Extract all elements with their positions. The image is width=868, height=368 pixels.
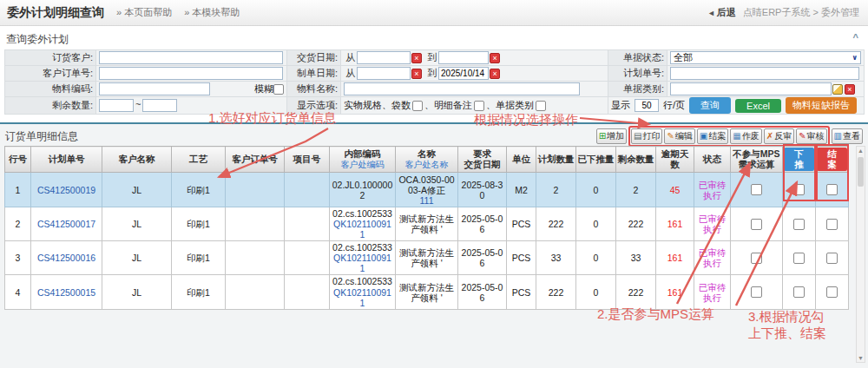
- print-button[interactable]: 打印: [631, 128, 662, 144]
- collapse-icon[interactable]: ^: [853, 32, 858, 43]
- doc-status-select[interactable]: 全部: [670, 51, 861, 64]
- per-page-label: 行/页: [663, 99, 685, 112]
- cell-line-no: 1: [5, 173, 31, 207]
- breadcrumb: 点睛ERP子系统 > 委外管理: [743, 6, 859, 19]
- cell-status: 已审待执行: [694, 207, 731, 241]
- view-button[interactable]: 查看: [832, 128, 863, 144]
- plan-no-link[interactable]: CS412500017: [31, 207, 102, 241]
- clear-date-icon[interactable]: [490, 53, 500, 63]
- table-row[interactable]: 3 CS412500016 JL 印刷1 02.cs.1002533QK1021…: [5, 241, 849, 275]
- material-shortage-button[interactable]: 物料短缺报告: [786, 97, 857, 114]
- mps-checkbox[interactable]: [751, 219, 762, 230]
- cell-customer: JL: [102, 207, 172, 241]
- material-name-cell: [341, 82, 608, 97]
- cell-plan-qty: 222: [536, 207, 576, 241]
- excel-button[interactable]: Excel: [735, 99, 781, 113]
- plan-no-link[interactable]: CS412500019: [31, 173, 102, 207]
- clear-date-icon[interactable]: [411, 69, 422, 79]
- close-header-button[interactable]: 结案: [817, 148, 847, 171]
- scroll-up-icon[interactable]: ▲: [857, 148, 865, 154]
- mps-checkbox[interactable]: [751, 253, 762, 264]
- mps-checkbox[interactable]: [751, 184, 762, 195]
- remain-qty-label: 剩余数量:: [5, 97, 96, 115]
- clear-date-icon[interactable]: [490, 69, 500, 79]
- cell-close: [816, 207, 849, 241]
- back-button[interactable]: ◄后退: [707, 6, 736, 19]
- annotation-mps: 2.是否参与MPS运算: [597, 306, 714, 322]
- make-date-to-input[interactable]: [438, 67, 489, 80]
- plan-no-link[interactable]: CS412500015: [31, 275, 102, 309]
- spec-bags-checkbox[interactable]: [412, 101, 423, 111]
- page-help-link[interactable]: » 本页面帮助: [116, 6, 172, 19]
- void-icon: [733, 132, 740, 141]
- close-checkbox[interactable]: [826, 253, 838, 264]
- col-code: 内部编码客户处编码: [330, 147, 396, 173]
- cell-delivery: 2025-05-06: [458, 275, 507, 309]
- col-process: 工艺: [172, 147, 226, 173]
- scrollbar-thumb[interactable]: [858, 157, 864, 187]
- code-sub-link[interactable]: QK1021100911: [332, 219, 393, 240]
- code-sub-link[interactable]: QK1021100911: [332, 253, 393, 273]
- delivery-date-to-input[interactable]: [438, 51, 489, 64]
- customer-order-no-cell: [96, 66, 287, 82]
- delivery-date-from-input[interactable]: [357, 51, 411, 64]
- void-button[interactable]: 作废: [730, 128, 761, 144]
- cell-pushed-qty: 0: [576, 207, 616, 241]
- cell-process: 印刷1: [172, 173, 226, 207]
- table-row[interactable]: 4 CS412500015 JL 印刷1 02.cs.1002533QK1021…: [5, 275, 849, 309]
- remain-qty-min-input[interactable]: [99, 99, 134, 112]
- close-checkbox[interactable]: [826, 184, 838, 195]
- scroll-down-icon[interactable]: ▼: [857, 355, 865, 361]
- col-mps: 不参与MPS需求运算: [731, 147, 783, 173]
- browse-icon[interactable]: [832, 84, 843, 95]
- clear-category-icon[interactable]: [845, 84, 855, 95]
- cell-unit: M2: [507, 173, 536, 207]
- cell-delivery: 2025-05-06: [458, 207, 507, 241]
- push-checkbox[interactable]: [793, 286, 805, 298]
- table-row[interactable]: 1 CS412500019 JL 印刷1 02.JL0.1000002 OCA.…: [5, 173, 849, 207]
- order-customer-input[interactable]: [99, 51, 283, 64]
- clear-date-icon[interactable]: [411, 53, 422, 63]
- search-button[interactable]: 查询: [689, 97, 731, 114]
- unapprove-button[interactable]: 反审: [764, 128, 794, 144]
- delivery-date-label: 交货日期:: [287, 50, 341, 66]
- cell-overdue: 161: [656, 207, 694, 241]
- unapprove-icon: [766, 132, 773, 141]
- push-header-button[interactable]: 下推: [784, 148, 814, 171]
- material-code-input[interactable]: [99, 82, 210, 95]
- rows-per-page-input[interactable]: [635, 99, 659, 112]
- cell-cust-order: [226, 241, 285, 275]
- customer-order-no-input[interactable]: [99, 67, 283, 80]
- detail-note-checkbox[interactable]: [474, 101, 484, 111]
- table-row[interactable]: 2 CS412500017 JL 印刷1 02.cs.1002533QK1021…: [5, 207, 849, 241]
- approve-pen-icon: [799, 132, 806, 141]
- approve-button[interactable]: 审核: [796, 128, 826, 144]
- cell-code: 02.cs.1002533QK1021100911: [330, 275, 396, 309]
- doc-category-checkbox[interactable]: [536, 101, 546, 111]
- code-sub-link[interactable]: QK1021100911: [332, 287, 393, 308]
- cell-customer: JL: [102, 275, 172, 309]
- vertical-scrollbar[interactable]: ▲ ▼: [856, 146, 865, 363]
- cell-mps: [731, 207, 783, 241]
- edit-button[interactable]: 编辑: [664, 128, 694, 144]
- plan-no-link[interactable]: CS412500016: [31, 241, 102, 275]
- close-checkbox[interactable]: [826, 286, 838, 298]
- module-help-link[interactable]: » 本模块帮助: [184, 6, 240, 19]
- push-checkbox[interactable]: [793, 184, 805, 195]
- col-close: 结案: [816, 147, 849, 173]
- add-button[interactable]: 增加: [596, 128, 627, 144]
- make-date-from-input[interactable]: [357, 67, 411, 80]
- fuzzy-checkbox[interactable]: [273, 84, 284, 95]
- mps-checkbox[interactable]: [751, 286, 762, 298]
- material-name-input[interactable]: [344, 82, 580, 95]
- close-checkbox[interactable]: [826, 219, 838, 230]
- plan-no-label: 计划单号:: [608, 66, 667, 82]
- plan-no-input[interactable]: [670, 67, 859, 80]
- close-case-button[interactable]: 结案: [697, 128, 728, 144]
- push-checkbox[interactable]: [793, 253, 805, 264]
- name-sub-link[interactable]: 111: [398, 195, 456, 206]
- push-checkbox[interactable]: [793, 219, 805, 230]
- remain-qty-max-input[interactable]: [142, 99, 177, 112]
- cell-line-no: 2: [5, 207, 31, 241]
- doc-category-input[interactable]: [670, 82, 832, 95]
